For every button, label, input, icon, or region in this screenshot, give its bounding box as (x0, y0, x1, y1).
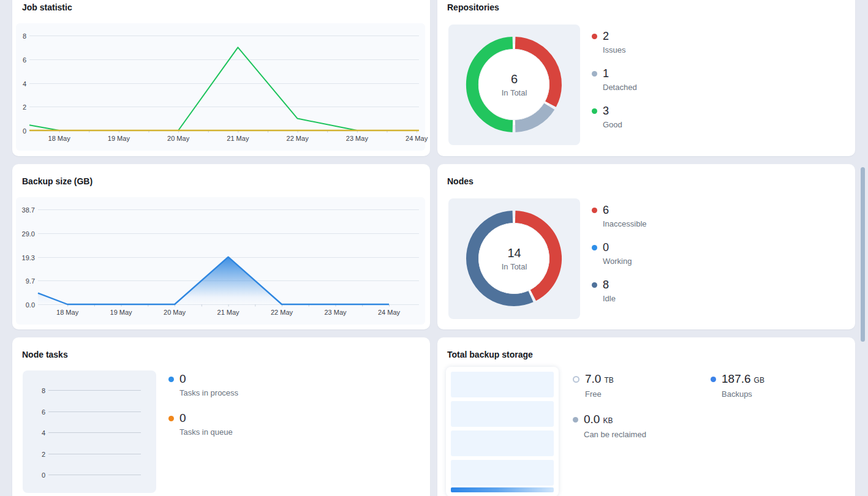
svg-text:6: 6 (23, 56, 26, 64)
svg-text:19.3: 19.3 (22, 254, 35, 261)
nodes-legend-working-value: 0 (603, 241, 632, 254)
nodes-legend-working-label: Working (603, 255, 632, 267)
storage-stat-backups: 187.6GBBackups (711, 372, 764, 400)
storage-stat-backups-label: Backups (722, 388, 764, 400)
svg-text:23 May: 23 May (346, 135, 369, 142)
repositories-legend-issues: 2Issues (592, 29, 637, 56)
svg-text:20 May: 20 May (164, 309, 186, 316)
total-backup-storage-title: Total backup storage (447, 350, 533, 359)
nodes-legend-working-marker-icon (592, 245, 597, 250)
svg-text:18 May: 18 May (56, 309, 79, 316)
repositories-legend-detached-value: 1 (603, 67, 637, 80)
nodes-legend-idle-label: Idle (603, 293, 616, 304)
svg-text:0.0: 0.0 (26, 301, 35, 309)
repositories-legend-issues-label: Issues (603, 44, 626, 56)
repositories-legend: 2Issues1Detached3Good (592, 29, 637, 130)
storage-gauge-slot (451, 460, 554, 486)
repositories-legend-good-label: Good (603, 119, 622, 130)
node-tasks-legend-item-1-value: 0 (179, 411, 233, 425)
nodes-legend: 6Inaccessible0Working8Idle (592, 203, 647, 304)
node-tasks-legend-item-0-value: 0 (179, 372, 238, 386)
svg-text:8: 8 (23, 32, 26, 40)
node-tasks-legend-item-0-label: Tasks in process (179, 387, 238, 399)
storage-gauge (446, 367, 559, 496)
nodes-legend-inaccessible: 6Inaccessible (592, 203, 647, 230)
card-nodes: Nodes 14 In Total 6Inaccessible0Working8… (437, 164, 855, 329)
svg-text:19 May: 19 May (110, 309, 133, 316)
svg-text:21 May: 21 May (217, 309, 240, 316)
storage-stat-can-be-reclaimed-unit: KB (603, 416, 613, 425)
svg-text:24 May: 24 May (406, 135, 428, 142)
nodes-legend-inaccessible-label: Inaccessible (603, 218, 647, 230)
svg-text:23 May: 23 May (324, 309, 347, 316)
repositories-title: Repositories (447, 2, 499, 12)
repositories-legend-good-value: 3 (603, 104, 622, 118)
node-tasks-line-chart: 02468 (23, 370, 156, 493)
storage-gauge-slot (451, 401, 554, 427)
storage-stat-backups-unit: GB (754, 376, 764, 385)
job-statistic-line-chart: 0246818 May19 May20 May21 May22 May23 Ma… (12, 0, 430, 156)
svg-text:22 May: 22 May (271, 309, 293, 316)
storage-stat-free-marker-icon (573, 376, 579, 383)
svg-text:2: 2 (23, 103, 26, 111)
nodes-legend-inaccessible-value: 6 (603, 203, 647, 217)
repositories-legend-good: 3Good (592, 104, 637, 130)
node-tasks-legend-item-1-label: Tasks in queue (179, 426, 233, 438)
backup-size-area-chart: 0.09.719.329.038.718 May19 May20 May21 M… (12, 164, 430, 329)
svg-text:20 May: 20 May (167, 135, 190, 142)
svg-text:24 May: 24 May (378, 309, 401, 316)
svg-text:4: 4 (42, 429, 45, 437)
repositories-donut-chart (453, 23, 575, 146)
node-tasks-legend-item-1: 0Tasks in queue (168, 411, 238, 438)
svg-text:21 May: 21 May (227, 135, 249, 142)
storage-stat-can-be-reclaimed-value: 0.0KB (584, 413, 646, 427)
svg-text:22 May: 22 May (287, 135, 309, 142)
storage-gauge-slot (451, 430, 554, 456)
storage-stat-can-be-reclaimed-marker-icon (573, 417, 578, 423)
storage-stat-can-be-reclaimed: 0.0KBCan be reclaimed (573, 413, 711, 440)
svg-text:2: 2 (42, 451, 45, 458)
card-backup-size: Backup size (GB) 0.09.719.329.038.718 Ma… (12, 164, 430, 329)
node-tasks-legend: 0Tasks in process0Tasks in queue (168, 372, 238, 438)
storage-gauge-fill-bar (451, 487, 554, 492)
storage-stat-free: 7.0TBFree (573, 372, 711, 400)
storage-stat-can-be-reclaimed-label: Can be reclaimed (584, 429, 646, 440)
repositories-legend-detached-marker-icon (592, 71, 597, 77)
node-tasks-title: Node tasks (22, 350, 68, 359)
card-job-statistic: Job statistic 0246818 May19 May20 May21 … (12, 0, 430, 156)
card-node-tasks: Node tasks 02468 0Tasks in process0Tasks… (12, 337, 430, 496)
node-tasks-chart-panel: 02468 (23, 370, 156, 493)
repositories-legend-good-marker-icon (592, 108, 597, 114)
svg-text:4: 4 (23, 80, 26, 88)
svg-text:9.7: 9.7 (26, 277, 35, 285)
storage-stat-backups-marker-icon (711, 377, 716, 382)
nodes-legend-idle-value: 8 (603, 278, 616, 291)
svg-text:38.7: 38.7 (22, 206, 35, 214)
storage-gauge-slot (451, 372, 554, 397)
svg-text:29.0: 29.0 (22, 230, 35, 238)
repositories-legend-issues-marker-icon (592, 34, 597, 39)
storage-stat-free-unit: TB (604, 376, 613, 385)
nodes-title: Nodes (447, 176, 474, 186)
nodes-legend-working: 0Working (592, 241, 647, 267)
nodes-legend-idle-marker-icon (592, 282, 597, 288)
svg-text:8: 8 (42, 387, 45, 394)
storage-stats: 7.0TBFree187.6GBBackups0.0KBCan be recla… (573, 372, 764, 440)
svg-text:19 May: 19 May (108, 135, 130, 142)
repositories-legend-detached-label: Detached (603, 81, 637, 93)
vertical-scrollbar-thumb[interactable] (861, 167, 865, 342)
nodes-legend-inaccessible-marker-icon (592, 208, 597, 213)
storage-stat-free-label: Free (585, 388, 614, 400)
node-tasks-legend-item-0-marker-icon (168, 377, 174, 382)
svg-text:0: 0 (42, 472, 45, 479)
node-tasks-legend-item-0: 0Tasks in process (168, 372, 238, 399)
repositories-legend-detached: 1Detached (592, 67, 637, 93)
nodes-legend-idle: 8Idle (592, 278, 647, 304)
svg-text:0: 0 (23, 127, 26, 135)
dashboard-page: Job statistic 0246818 May19 May20 May21 … (0, 0, 868, 496)
node-tasks-legend-item-1-marker-icon (168, 416, 174, 421)
storage-stat-free-value: 7.0TB (585, 372, 614, 387)
svg-text:6: 6 (42, 408, 45, 416)
card-total-backup-storage: Total backup storage 7.0TBFree187.6GBBac… (437, 337, 855, 496)
storage-stat-backups-value: 187.6GB (722, 372, 764, 387)
